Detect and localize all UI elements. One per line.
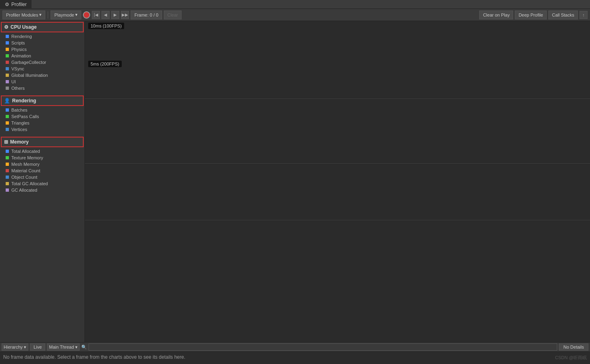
memory-items-list: Total AllocatedTexture MemoryMesh Memory…: [0, 148, 85, 193]
playmode-chevron-icon: ▾: [75, 12, 78, 17]
sidebar-item-vertices[interactable]: Vertices: [0, 126, 85, 133]
item-label: Global Illumination: [11, 73, 48, 78]
color-indicator: [6, 156, 9, 159]
item-label: GC Allocated: [11, 188, 37, 193]
playmode-label: Playmode: [54, 13, 74, 17]
sidebar-item-setpass-calls[interactable]: SetPass Calls: [0, 113, 85, 120]
color-indicator: [6, 188, 9, 192]
record-button[interactable]: [83, 11, 90, 19]
main-layout: ⚙ CPU Usage RenderingScriptsPhysicsAnima…: [0, 21, 590, 342]
sidebar-item-rendering[interactable]: Rendering: [0, 33, 85, 40]
clear-on-play-btn[interactable]: Clear on Play: [479, 11, 513, 19]
sidebar-item-physics[interactable]: Physics: [0, 46, 85, 53]
sidebar-item-material-count[interactable]: Material Count: [0, 167, 85, 174]
rendering-divider: [85, 163, 590, 164]
color-indicator: [6, 163, 9, 166]
cpu-module-header[interactable]: ⚙ CPU Usage: [1, 22, 84, 32]
frame-counter: Frame: 0 / 0: [131, 11, 162, 19]
gap-1: [0, 91, 85, 95]
deep-profile-label: Deep Profile: [518, 13, 543, 17]
no-details-btn[interactable]: No Details: [559, 343, 588, 351]
memory-module-label: Memory: [10, 139, 29, 145]
item-label: Triangles: [11, 121, 30, 125]
next-frame-btn[interactable]: ▶: [111, 11, 119, 19]
item-label: VSync: [11, 66, 24, 71]
item-label: Animation: [11, 53, 31, 58]
rendering-items-list: BatchesSetPass CallsTrianglesVertices: [0, 107, 85, 133]
item-label: Object Count: [11, 175, 37, 180]
memory-divider: [85, 220, 590, 220]
sidebar-item-batches[interactable]: Batches: [0, 107, 85, 113]
sidebar-item-texture-memory[interactable]: Texture Memory: [0, 154, 85, 161]
item-label: Mesh Memory: [11, 162, 40, 167]
sidebar-item-others[interactable]: Others: [0, 85, 85, 91]
rendering-icon: 👤: [4, 98, 10, 104]
cpu-items-list: RenderingScriptsPhysicsAnimationGarbageC…: [0, 33, 85, 91]
color-indicator: [6, 35, 9, 38]
item-label: Batches: [11, 108, 27, 112]
deep-profile-btn[interactable]: Deep Profile: [515, 11, 547, 19]
color-indicator: [6, 48, 9, 51]
sidebar-item-gc-allocated[interactable]: GC Allocated: [0, 187, 85, 193]
tab-bar: ⚙ Profiler: [0, 0, 590, 9]
chart-label-10ms: 10ms (100FPS): [88, 23, 124, 29]
sidebar-item-garbagecollector[interactable]: GarbageCollector: [0, 59, 85, 66]
clear-label: Clear: [167, 13, 178, 17]
sidebar-item-ui[interactable]: UI: [0, 78, 85, 85]
sidebar-item-object-count[interactable]: Object Count: [0, 174, 85, 180]
sidebar-item-animation[interactable]: Animation: [0, 53, 85, 59]
cpu-chart-section: 10ms (100FPS) 5ms (200FPS): [85, 21, 590, 99]
sidebar-item-scripts[interactable]: Scripts: [0, 40, 85, 46]
profiler-tab[interactable]: ⚙ Profiler: [0, 0, 32, 9]
bottom-toolbar: Hierarchy ▾ Live Main Thread ▾ 🔍 No Deta…: [0, 342, 590, 352]
live-label: Live: [34, 345, 42, 349]
clear-btn[interactable]: Clear: [164, 11, 182, 19]
call-stacks-btn[interactable]: Call Stacks: [548, 11, 578, 19]
item-label: Material Count: [11, 168, 40, 173]
item-label: Vertices: [11, 127, 27, 132]
sidebar-item-total-gc-allocated[interactable]: Total GC Allocated: [0, 180, 85, 187]
no-data-text: No frame data available. Select a frame …: [3, 354, 587, 360]
chart-label-5ms: 5ms (200FPS): [88, 61, 122, 67]
hierarchy-select[interactable]: Hierarchy ▾: [2, 343, 28, 351]
item-label: SetPass Calls: [11, 114, 39, 119]
prev-frame-start-btn[interactable]: |◀: [92, 11, 100, 19]
sidebar-item-global-illumination[interactable]: Global Illumination: [0, 72, 85, 78]
rendering-module-header[interactable]: 👤 Rendering: [1, 95, 84, 106]
item-label: UI: [11, 79, 16, 84]
sidebar-item-vsync[interactable]: VSync: [0, 66, 85, 72]
separator-1: [48, 11, 48, 19]
bottom-panel: No frame data available. Select a frame …: [0, 352, 590, 364]
live-btn[interactable]: Live: [30, 343, 45, 351]
hierarchy-chevron-icon: ▾: [24, 345, 26, 350]
memory-module-header[interactable]: ⊞ Memory: [1, 137, 84, 147]
sidebar-item-total-allocated[interactable]: Total Allocated: [0, 148, 85, 154]
watermark: CSDN @听雨眠: [555, 355, 587, 361]
profiler-icon: ⚙: [5, 2, 9, 7]
profiler-modules-btn[interactable]: Profiler Modules ▾: [2, 11, 45, 19]
upload-btn[interactable]: ↑: [579, 11, 588, 19]
item-label: Total Allocated: [11, 149, 40, 154]
sidebar-item-triangles[interactable]: Triangles: [0, 120, 85, 126]
color-indicator: [6, 128, 9, 131]
next-frame-end-btn[interactable]: ▶▶: [121, 11, 129, 19]
color-indicator: [6, 121, 9, 125]
color-indicator: [6, 115, 9, 118]
cpu-module-label: CPU Usage: [11, 24, 37, 30]
prev-frame-btn[interactable]: ◀: [102, 11, 110, 19]
sidebar-item-mesh-memory[interactable]: Mesh Memory: [0, 161, 85, 167]
no-details-label: No Details: [563, 345, 584, 349]
chevron-down-icon: ▾: [39, 12, 42, 17]
search-input[interactable]: [89, 343, 557, 351]
color-indicator: [6, 67, 9, 70]
chart-area: 10ms (100FPS) 5ms (200FPS): [85, 21, 590, 342]
frame-label: Frame: 0 / 0: [134, 13, 158, 17]
color-indicator: [6, 87, 9, 90]
color-indicator: [6, 150, 9, 153]
memory-icon: ⊞: [4, 139, 8, 145]
thread-select[interactable]: Main Thread ▾: [47, 343, 80, 351]
tab-label: Profiler: [11, 2, 27, 7]
playmode-btn[interactable]: Playmode ▾: [51, 11, 81, 19]
sidebar: ⚙ CPU Usage RenderingScriptsPhysicsAnima…: [0, 21, 85, 342]
color-indicator: [6, 182, 9, 185]
